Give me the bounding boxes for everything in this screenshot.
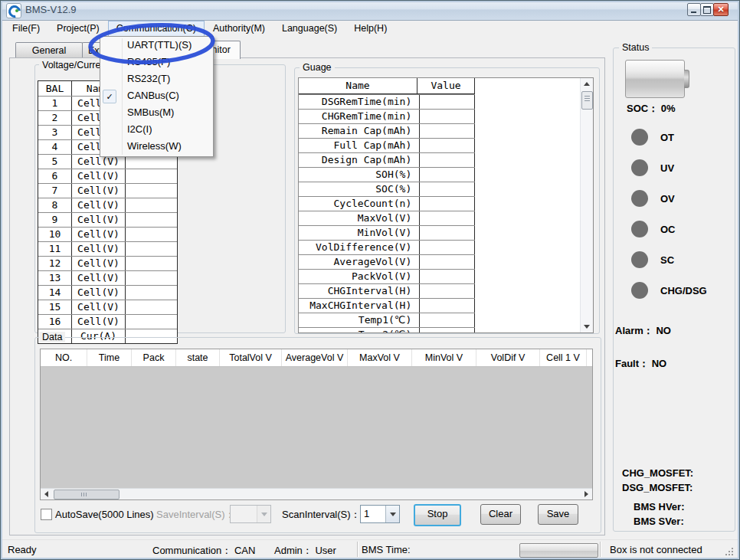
bal-cell: 2 — [38, 111, 72, 125]
arrow-down-icon — [584, 325, 590, 329]
menu-item-label: CANBus(C) — [127, 90, 179, 101]
menu-item[interactable]: SMBus(M) — [100, 104, 213, 121]
table-row: Temp2(℃) — [299, 327, 475, 333]
bms-time-progressbar — [519, 543, 598, 558]
menu-item[interactable]: Project(P) — [48, 21, 108, 38]
menu-item[interactable]: ✓ CANBus(C) — [100, 87, 213, 104]
data-horizontal-scrollbar[interactable] — [41, 488, 592, 499]
status-bar: Ready Communication： CAN Admin： User BMS… — [2, 539, 738, 558]
name-cell: Cell(V) — [72, 271, 126, 285]
minimize-button[interactable] — [687, 3, 701, 16]
stop-button[interactable]: Stop — [414, 504, 461, 526]
minimize-icon — [691, 11, 696, 13]
menu-item[interactable]: File(F) — [4, 21, 48, 38]
name-cell: Cell(V) — [72, 242, 126, 256]
communication-value: CAN — [234, 545, 255, 556]
value-cell — [420, 110, 475, 123]
column-header[interactable]: state — [176, 349, 220, 366]
menu-item-label: RS232(T) — [127, 73, 170, 84]
name-cell: Cell(V) — [72, 184, 126, 198]
table-row: 7 Cell(V) — [38, 183, 177, 198]
guage-vertical-scrollbar[interactable] — [580, 78, 593, 332]
column-header[interactable]: NO. — [41, 349, 87, 366]
bms-hver-label: BMS HVer: — [634, 501, 684, 513]
scroll-left-button[interactable] — [41, 489, 52, 499]
menu-item-label: Wireless(W) — [127, 140, 182, 152]
menu-item[interactable]: Help(H) — [345, 21, 395, 38]
application-window: BMS-V12.9 ✕ File(F) Project(P) Communica… — [0, 0, 740, 560]
column-header[interactable]: MaxVol V — [348, 349, 412, 366]
menu-item-label: SMBus(M) — [127, 106, 174, 118]
menu-item[interactable]: Authority(M) — [205, 21, 273, 38]
column-header[interactable]: Pack — [132, 349, 176, 366]
menu-item[interactable]: RS485(F) — [100, 54, 213, 70]
autosave-checkbox[interactable] — [41, 509, 52, 520]
status-ready: Ready — [8, 544, 37, 555]
clear-button[interactable]: Clear — [480, 504, 521, 525]
scan-interval-label: ScanInterval(S)： — [282, 509, 361, 520]
column-header[interactable]: Time — [87, 349, 132, 366]
table-row: 8 Cell(V) — [38, 198, 177, 212]
horizontal-scrollbar-thumb[interactable] — [54, 490, 120, 499]
indicator-label: CHG/DSG — [660, 285, 707, 296]
communication-menu-items: UART(TTL)(S) RS485(F) RS232(T) ✓ CANBus(… — [100, 37, 213, 155]
menu-item[interactable]: I2C(I) — [100, 121, 213, 138]
title-bar[interactable]: BMS-V12.9 ✕ — [0, 0, 740, 21]
column-header[interactable]: VolDif V — [476, 349, 540, 366]
value-cell — [126, 184, 177, 198]
menu-item[interactable]: Wireless(W) — [100, 138, 213, 155]
name-cell: Cell(V) — [72, 213, 126, 227]
name-cell: Cell(V) — [72, 315, 126, 329]
close-icon: ✕ — [714, 4, 728, 15]
name-cell: VolDifference(V) — [299, 241, 420, 254]
dropdown-button[interactable] — [385, 506, 399, 522]
tab-general-setting[interactable]: General Setting — [15, 42, 83, 58]
menu-item-label: UART(TTL)(S) — [127, 39, 192, 51]
column-header[interactable]: MinVol V — [412, 349, 476, 366]
scroll-up-button[interactable] — [581, 78, 593, 90]
bal-cell: 8 — [38, 198, 72, 212]
bal-cell: 4 — [38, 140, 72, 154]
menu-item[interactable]: Communication(C) — [108, 21, 205, 38]
guage-table-header: Name Value — [299, 78, 475, 94]
bal-cell: 6 — [38, 169, 72, 183]
table-row: 9 Cell(V) — [38, 212, 177, 227]
resize-grip[interactable] — [725, 548, 733, 555]
save-interval-combobox — [230, 505, 271, 523]
menu-item[interactable]: RS232(T) — [100, 70, 213, 87]
scroll-right-button[interactable] — [581, 489, 592, 499]
column-header[interactable]: TotalVol V — [220, 349, 282, 366]
table-row: 12 Cell(V) — [38, 256, 177, 270]
bal-cell: 12 — [38, 257, 72, 270]
bal-cell: 16 — [38, 315, 72, 329]
guage-table: Name Value DSGRemTime(min) CHGRemTime(mi… — [298, 77, 594, 333]
dsg-mosfet-label: DSG_MOSFET: — [622, 482, 693, 493]
name-cell: Temp2(℃) — [299, 328, 420, 333]
scrollbar-grip-icon — [584, 98, 590, 99]
table-row: CHGRemTime(min) — [299, 109, 475, 123]
statusbar-separator — [357, 542, 358, 557]
table-row: PackVol(V) — [299, 269, 475, 283]
maximize-button[interactable] — [700, 3, 714, 16]
name-cell: Cell(V) — [72, 228, 126, 241]
indicator-label: UV — [660, 162, 674, 174]
guage-table-body: DSGRemTime(min) CHGRemTime(min) Remain C… — [299, 94, 475, 333]
close-button[interactable]: ✕ — [713, 3, 729, 16]
bal-cell: 15 — [38, 300, 72, 314]
value-cell — [420, 226, 475, 240]
value-cell — [126, 213, 177, 227]
save-button[interactable]: Save — [538, 504, 578, 525]
column-header[interactable]: Cell 1 V — [540, 349, 587, 366]
guage-value-column-header: Value — [417, 78, 475, 93]
menu-item[interactable]: Language(S) — [273, 21, 345, 38]
table-row: Remain Cap(mAh) — [299, 123, 475, 138]
column-header[interactable]: C — [587, 349, 593, 366]
column-header[interactable]: AverageVol V — [282, 349, 348, 366]
vertical-scrollbar-thumb[interactable] — [581, 91, 593, 110]
menu-item-label: I2C(I) — [127, 123, 152, 135]
scroll-down-button[interactable] — [581, 321, 593, 332]
value-cell — [126, 228, 177, 241]
scan-interval-combobox[interactable]: 1 — [360, 505, 400, 523]
menu-item[interactable]: UART(TTL)(S) — [100, 37, 213, 54]
table-row: 13 Cell(V) — [38, 270, 177, 285]
